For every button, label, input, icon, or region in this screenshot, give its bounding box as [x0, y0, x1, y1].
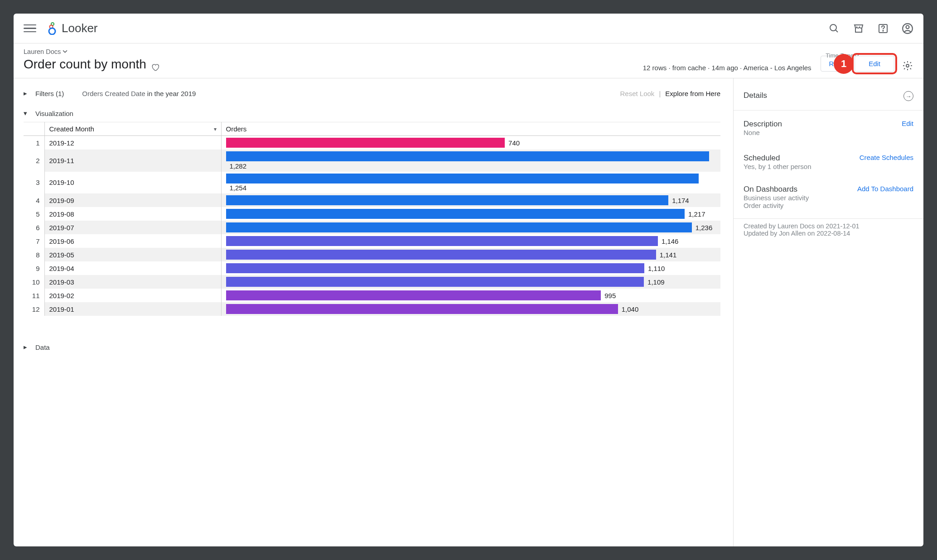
product-logo[interactable]: Looker — [47, 21, 98, 35]
bar-value-label: 1,282 — [230, 162, 247, 170]
breadcrumb[interactable]: Lauren Docs — [24, 48, 159, 55]
orders-bar-cell: 1,109 — [221, 275, 720, 289]
search-icon[interactable] — [828, 23, 840, 34]
account-icon[interactable] — [902, 23, 913, 34]
table-row: 122019-011,040 — [24, 302, 720, 316]
bar-value-label: 1,236 — [696, 224, 713, 232]
orders-bar-cell: 1,282 — [221, 150, 720, 172]
table-row: 92019-041,110 — [24, 261, 720, 275]
caret-down-icon: ▾ — [24, 109, 28, 117]
table-row: 12019-12740 — [24, 136, 720, 150]
details-heading: Details — [744, 91, 767, 100]
table-row: 52019-081,217 — [24, 207, 720, 221]
created-by-text: Created by Lauren Docs on 2021-12-01 — [744, 222, 913, 230]
data-label: Data — [35, 343, 50, 351]
top-bar: Looker — [14, 14, 923, 43]
row-index: 5 — [24, 207, 44, 221]
bar — [226, 195, 669, 205]
orders-bar-cell: 740 — [221, 136, 720, 150]
created-month-cell: 2019-02 — [44, 289, 221, 302]
row-index: 3 — [24, 172, 44, 194]
svg-point-3 — [830, 24, 836, 31]
svg-point-6 — [883, 30, 884, 31]
orders-bar-cell: 995 — [221, 289, 720, 302]
bar-value-label: 1,141 — [660, 251, 677, 259]
row-index: 8 — [24, 248, 44, 261]
bar — [226, 263, 644, 273]
help-icon[interactable] — [877, 23, 889, 34]
filter-description: Orders Created Date in the year 2019 — [82, 90, 196, 97]
explore-from-here-link[interactable]: Explore from Here — [665, 90, 720, 97]
orders-bar-cell: 1,174 — [221, 193, 720, 207]
looker-logo-icon — [47, 22, 57, 35]
add-to-dashboard-link[interactable]: Add To Dashboard — [857, 185, 913, 193]
marketplace-icon[interactable] — [853, 23, 865, 34]
orders-bar-cell: 1,236 — [221, 221, 720, 234]
page-title: Order count by month — [24, 57, 159, 72]
svg-line-4 — [836, 30, 838, 32]
bar — [226, 250, 656, 260]
orders-bar-cell: 1,040 — [221, 302, 720, 316]
visualization-label: Visualization — [35, 110, 73, 117]
gear-icon[interactable] — [902, 60, 913, 72]
created-month-cell: 2019-06 — [44, 234, 221, 248]
created-month-header[interactable]: Created Month ▾ — [44, 122, 221, 136]
created-month-cell: 2019-05 — [44, 248, 221, 261]
row-index: 9 — [24, 261, 44, 275]
created-month-cell: 2019-12 — [44, 136, 221, 150]
table-row: 62019-071,236 — [24, 221, 720, 234]
topbar-actions — [828, 23, 913, 34]
orders-bar-cell: 1,217 — [221, 207, 720, 221]
edit-button[interactable]: Edit — [855, 56, 894, 72]
updated-by-text: Updated by Jon Allen on 2022-08-14 — [744, 230, 913, 237]
table-row: 112019-02995 — [24, 289, 720, 302]
create-schedules-link[interactable]: Create Schedules — [860, 154, 913, 161]
orders-bar-cell: 1,141 — [221, 248, 720, 261]
orders-header[interactable]: Orders — [221, 122, 720, 136]
bar — [226, 236, 658, 246]
scheduled-label: Scheduled — [744, 154, 811, 163]
app-frame: Looker Lauren Docs — [14, 14, 923, 546]
data-section-header[interactable]: ▸ Data — [24, 338, 733, 356]
orders-bar-cell: 1,146 — [221, 234, 720, 248]
orders-bar-cell: 1,254 — [221, 172, 720, 194]
row-index: 7 — [24, 234, 44, 248]
created-month-cell: 2019-04 — [44, 261, 221, 275]
description-label: Description — [744, 120, 782, 129]
created-month-cell: 2019-10 — [44, 172, 221, 194]
caret-right-icon[interactable]: ▸ — [24, 89, 28, 97]
page-title-text: Order count by month — [24, 57, 146, 72]
row-index: 2 — [24, 150, 44, 172]
scheduled-value: Yes, by 1 other person — [744, 163, 811, 170]
filters-row: ▸ Filters (1) Orders Created Date in the… — [24, 85, 733, 102]
bar — [226, 138, 505, 148]
favorite-icon[interactable] — [151, 60, 159, 69]
bar — [226, 209, 685, 219]
created-month-cell: 2019-09 — [44, 193, 221, 207]
row-index: 4 — [24, 193, 44, 207]
row-index: 12 — [24, 302, 44, 316]
row-index: 6 — [24, 221, 44, 234]
bar-value-label: 1,146 — [662, 237, 679, 245]
created-month-cell: 2019-08 — [44, 207, 221, 221]
bar — [226, 174, 699, 183]
bar-value-label: 1,174 — [672, 197, 689, 204]
main-content: ▸ Filters (1) Orders Created Date in the… — [14, 78, 733, 546]
svg-point-8 — [906, 25, 909, 29]
expand-icon[interactable]: → — [903, 91, 913, 101]
menu-icon[interactable] — [24, 22, 36, 35]
edit-description-link[interactable]: Edit — [902, 120, 913, 127]
table-row: 82019-051,141 — [24, 248, 720, 261]
table-row: 72019-061,146 — [24, 234, 720, 248]
svg-point-2 — [49, 28, 55, 34]
title-bar: Lauren Docs Order count by month 12 rows… — [14, 43, 923, 78]
details-panel: Details → Description None Edit Schedule… — [733, 78, 923, 546]
svg-point-9 — [906, 64, 909, 67]
caret-right-icon: ▸ — [24, 343, 28, 351]
created-month-cell: 2019-07 — [44, 221, 221, 234]
on-dashboards-label: On Dashboards — [744, 185, 809, 194]
filters-label[interactable]: Filters (1) — [35, 90, 64, 97]
visualization-section-header[interactable]: ▾ Visualization — [24, 105, 733, 122]
table-row: 42019-091,174 — [24, 193, 720, 207]
dashboard-item: Business user activity — [744, 194, 809, 202]
